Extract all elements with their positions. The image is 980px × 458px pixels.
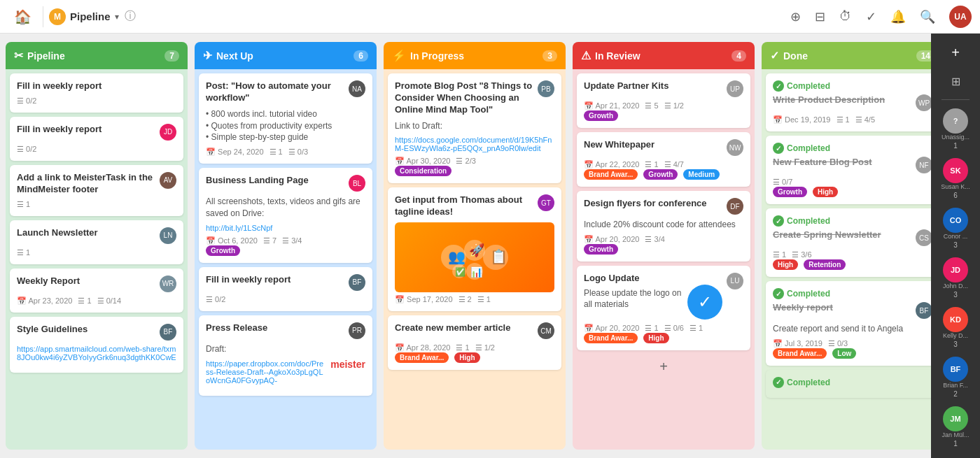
subtask-stat: ☰ 1 <box>836 115 850 124</box>
rocket-svg: 👥 🚀 📋 📊 ✅ <box>433 229 517 285</box>
inreview-header: ⚠ In Review 4 <box>573 42 755 69</box>
check-icon[interactable]: ✓ <box>866 9 876 24</box>
card-ir1-header: Update Partner Kits UP <box>584 80 743 97</box>
sidebar-user-conor[interactable]: CO Conor ... 3 <box>943 208 968 249</box>
sidebar-user-susan[interactable]: SK Susan K... 6 <box>941 158 970 199</box>
card-d3[interactable]: ✓ Completed Create Spring Newsletter CS … <box>766 208 931 277</box>
card-n3[interactable]: Fill in weekly report BF ☰ 0/2 <box>199 267 372 311</box>
card-ip3[interactable]: Create new member article CM 📅 Apr 28, 2… <box>388 315 561 370</box>
add-icon[interactable]: ⊕ <box>790 9 801 24</box>
card-p1[interactable]: Fill in weekly report ☰ 0/2 <box>10 73 183 113</box>
svg-text:📋: 📋 <box>490 248 507 265</box>
search-icon[interactable]: 🔍 <box>920 9 935 24</box>
card-ip1-stats: 📅 Apr 30, 2020 ☰ 2/3 <box>395 157 554 166</box>
bell-icon[interactable]: 🔔 <box>890 9 906 24</box>
tag-high: High <box>813 187 838 197</box>
card-ip1-link[interactable]: https://docs.google.com/document/d/19K5h… <box>395 136 554 152</box>
card-n2-link[interactable]: http://bit.ly/1LScNpf <box>206 224 365 232</box>
card-ir1-avatar: UP <box>727 80 743 97</box>
meister-logo: meister <box>330 359 365 369</box>
card-ir1[interactable]: Update Partner Kits UP 📅 Apr 21, 2020 ☰ … <box>577 73 750 128</box>
card-ir4-stats: 📅 Apr 20, 2020 ☰ 1 ☰ 0/6 ☰ 1 <box>584 324 743 333</box>
sidebar-user-unassigned[interactable]: ? Unassig... 1 <box>941 108 969 150</box>
card-p3[interactable]: Add a link to MeisterTask in the MindMei… <box>10 165 183 216</box>
date-stat: 📅 Apr 28, 2020 <box>395 343 450 352</box>
sidebar-user-label: Susan K... <box>941 183 970 190</box>
sidebar-user-count: 3 <box>953 341 958 348</box>
card-p2[interactable]: Fill in weekly report JD ☰ 0/2 <box>10 117 183 161</box>
date-stat: 📅 Apr 30, 2020 <box>395 157 450 166</box>
card-p3-header: Add a link to MeisterTask in the MindMei… <box>17 172 176 196</box>
pipeline-count: 7 <box>164 50 179 62</box>
card-ir3[interactable]: Design flyers for conference DF Include … <box>577 191 750 262</box>
column-nextup: ✈ Next Up 6 Post: "How to automate your … <box>195 42 377 450</box>
subtask-stat: ☰ 0/3 <box>828 339 848 348</box>
card-d2[interactable]: ✓ Completed New Feature Blog Post NF ☰ 0… <box>766 136 931 204</box>
card-d2-header: New Feature Blog Post NF <box>773 157 931 173</box>
card-p5[interactable]: Weekly Report WR 📅 Apr 23, 2020 ☰ 1 ☰ 0/… <box>10 269 183 313</box>
sidebar-user-jan[interactable]: JM Jan Mül... 1 <box>941 406 969 448</box>
tag-growth: Growth <box>584 244 618 255</box>
date-stat: 📅 Oct 6, 2020 <box>206 236 258 245</box>
completed-check-icon: ✓ <box>773 215 784 227</box>
sidebar-user-john[interactable]: JD John D... 3 <box>943 257 968 299</box>
tag-brand: Brand Awar... <box>395 352 449 363</box>
nextup-icon: ✈ <box>203 49 212 62</box>
nextup-count: 6 <box>354 50 368 62</box>
subtask-stat: ☰ 1 <box>270 148 283 157</box>
sidebar-user-label: Jan Mül... <box>941 431 969 438</box>
project-selector[interactable]: M Pipeline ▾ <box>49 8 119 25</box>
column-pipeline: ✂ Pipeline 7 Fill in weekly report ☰ 0/2… <box>6 42 188 450</box>
card-d1[interactable]: ✓ Completed Write Product Description WP… <box>766 73 931 131</box>
completed-text: Completed <box>787 216 830 226</box>
card-p6[interactable]: Style Guidelines BF https://app.smartmai… <box>10 317 183 373</box>
card-d5-placeholder[interactable]: ✓ Completed <box>766 370 931 398</box>
card-n3-header: Fill in weekly report BF <box>206 274 365 291</box>
card-p6-avatar: BF <box>160 324 176 341</box>
card-d4-stats: 📅 Jul 3, 2019 ☰ 0/3 <box>773 339 931 348</box>
card-n4-title: Press Release <box>206 322 344 334</box>
sidebar-avatar-john: JD <box>943 257 968 282</box>
card-n1[interactable]: Post: "How to automate your workflow" NA… <box>199 73 372 164</box>
card-d2-footer: Growth High <box>773 187 931 197</box>
card-ir2[interactable]: New Whitepaper NW 📅 Apr 22, 2020 ☰ 1 ☰ 4… <box>577 132 750 187</box>
sidebar-user-kelly[interactable]: KD Kelly D... 3 <box>943 307 968 348</box>
card-d1-stats: 📅 Dec 19, 2019 ☰ 1 ☰ 4/5 <box>773 115 931 124</box>
completed-text: Completed <box>787 81 830 91</box>
card-d3-avatar: CS <box>916 229 931 246</box>
card-p4[interactable]: Launch Newsletter LN ☰ 1 <box>10 220 183 264</box>
card-ir4[interactable]: Logo Update Please update the logo on al… <box>577 266 750 350</box>
card-n4-link[interactable]: https://paper.dropbox.com/doc/Press-Rele… <box>206 359 325 385</box>
add-card-button[interactable]: + <box>577 355 750 379</box>
card-n2[interactable]: Business Landing Page BL All screenshots… <box>199 168 372 263</box>
card-p6-link[interactable]: https://app.smartmailcloud.com/web-share… <box>17 345 176 362</box>
user-avatar[interactable]: UA <box>949 6 972 28</box>
check-circle-icon: ✓ <box>687 285 722 320</box>
card-d4[interactable]: ✓ Completed Weekly report BF Create repo… <box>766 281 931 366</box>
card-d1-avatar: WP <box>916 94 931 111</box>
card-ir2-footer: Brand Awar... Growth Medium <box>584 169 743 180</box>
stat-item: ☰ 1 <box>17 200 30 209</box>
subtask-stat: ☰ 1 <box>456 343 469 352</box>
sidebar-layout-button[interactable]: ⊞ <box>946 69 966 94</box>
card-n1-stats: 📅 Sep 24, 2020 ☰ 1 ☰ 0/3 <box>206 148 365 157</box>
filter-icon[interactable]: ⊟ <box>815 9 825 24</box>
card-p3-title: Add a link to MeisterTask in the MindMei… <box>17 172 155 196</box>
timer-icon[interactable]: ⏱ <box>839 9 852 24</box>
info-icon[interactable]: ⓘ <box>125 9 136 24</box>
card-n2-title: Business Landing Page <box>206 175 344 187</box>
card-n4[interactable]: Press Release PR Draft: https://paper.dr… <box>199 315 372 396</box>
home-button[interactable]: 🏠 <box>8 6 37 28</box>
column-done: ✓ Done 14 ✓ Completed Write Product Desc… <box>762 42 931 450</box>
card-ip2[interactable]: Get input from Thomas about tagline idea… <box>388 187 561 311</box>
nextup-cards: Post: "How to automate your workflow" NA… <box>195 69 377 450</box>
card-ir1-footer: Growth <box>584 110 743 121</box>
card-n1-body: • 800 words incl. tutorial video• Quotes… <box>206 108 365 143</box>
card-n2-stats: 📅 Oct 6, 2020 ☰ 7 ☰ 3/4 <box>206 236 365 245</box>
card-ip2-title: Get input from Thomas about tagline idea… <box>395 194 533 218</box>
card-p2-header: Fill in weekly report JD <box>17 124 176 141</box>
sidebar-add-button[interactable]: + <box>946 39 965 66</box>
subtask-stat: ☰ 1 <box>773 250 786 259</box>
card-ip1[interactable]: Promote Blog Post "8 Things to Consider … <box>388 73 561 183</box>
sidebar-user-brian[interactable]: BF Brian F... 2 <box>943 357 968 398</box>
